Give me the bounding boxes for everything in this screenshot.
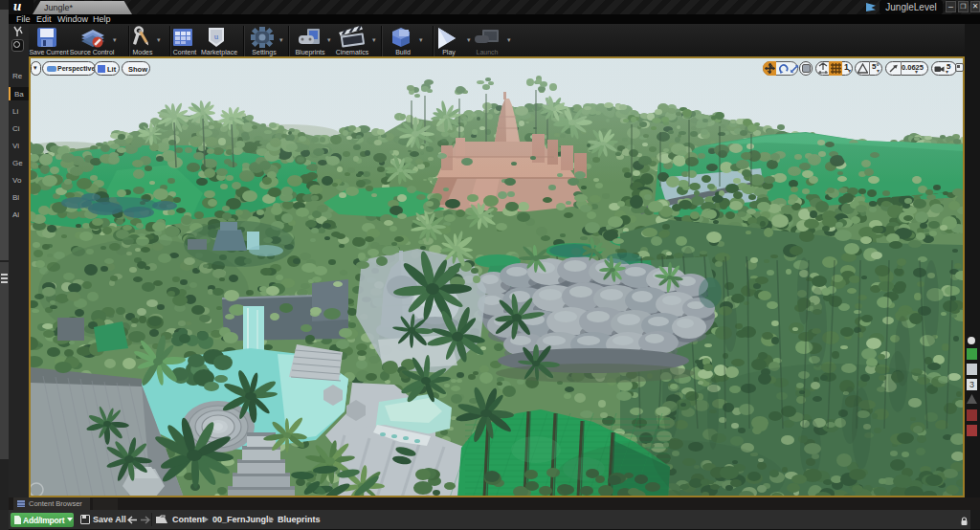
svg-text:u: u	[214, 32, 219, 41]
